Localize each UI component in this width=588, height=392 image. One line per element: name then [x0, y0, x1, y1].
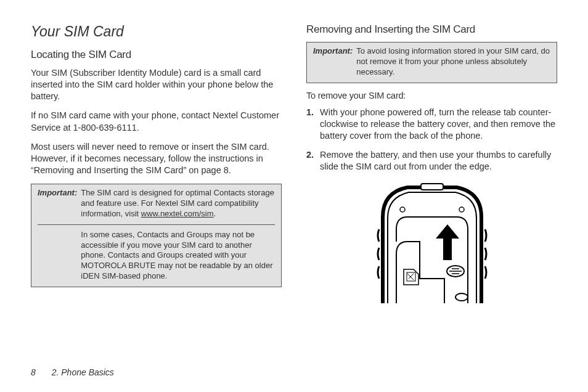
paragraph: If no SIM card came with your phone, con…: [31, 110, 282, 133]
note-divider: [38, 224, 275, 225]
note-link[interactable]: www.nextel.com/sim: [141, 209, 214, 218]
important-note-box: Important: The SIM card is designed for …: [31, 184, 282, 287]
note-row: Important: The SIM card is designed for …: [38, 188, 275, 219]
note-label: Important:: [38, 188, 77, 219]
right-column: Removing and Inserting the SIM Card Impo…: [306, 23, 557, 306]
step-item: With your phone powered off, turn the re…: [306, 107, 557, 142]
note-row: Important: In some cases, Contacts and G…: [38, 230, 275, 282]
step-item: Remove the battery, and then use your th…: [306, 149, 557, 173]
paragraph: Your SIM (Subscriber Identity Module) ca…: [31, 67, 282, 102]
release-tab-icon: [447, 266, 464, 277]
lead-in-text: To remove your SIM card:: [306, 91, 557, 100]
left-column: Your SIM Card Locating the SIM Card Your…: [31, 23, 282, 306]
steps-list: With your phone powered off, turn the re…: [306, 107, 557, 173]
svg-rect-0: [421, 184, 443, 190]
page-number: 8: [31, 367, 36, 377]
section-title: Your SIM Card: [31, 23, 282, 40]
subhead-removing: Removing and Inserting the SIM Card: [306, 23, 557, 36]
important-note-box: Important: To avoid losing information s…: [306, 42, 557, 83]
two-column-layout: Your SIM Card Locating the SIM Card Your…: [31, 23, 557, 306]
note-body: To avoid losing information stored in yo…: [356, 46, 550, 78]
subhead-locating: Locating the SIM Card: [31, 49, 282, 61]
svg-point-5: [455, 293, 468, 301]
note-row: Important: To avoid losing information s…: [313, 46, 550, 78]
page-footer: 8 2. Phone Basics: [31, 367, 114, 377]
phone-back-svg: [352, 180, 512, 303]
note-label: Important:: [313, 46, 353, 78]
paragraph: Most users will never need to remove or …: [31, 141, 282, 176]
note-text: .: [214, 209, 216, 218]
note-body: In some cases, Contacts and Groups may n…: [81, 230, 275, 282]
note-body: The SIM card is designed for optimal Con…: [81, 188, 275, 219]
chapter-label: 2. Phone Basics: [52, 367, 114, 377]
phone-illustration: [306, 180, 557, 306]
sim-card-icon: [404, 269, 419, 285]
